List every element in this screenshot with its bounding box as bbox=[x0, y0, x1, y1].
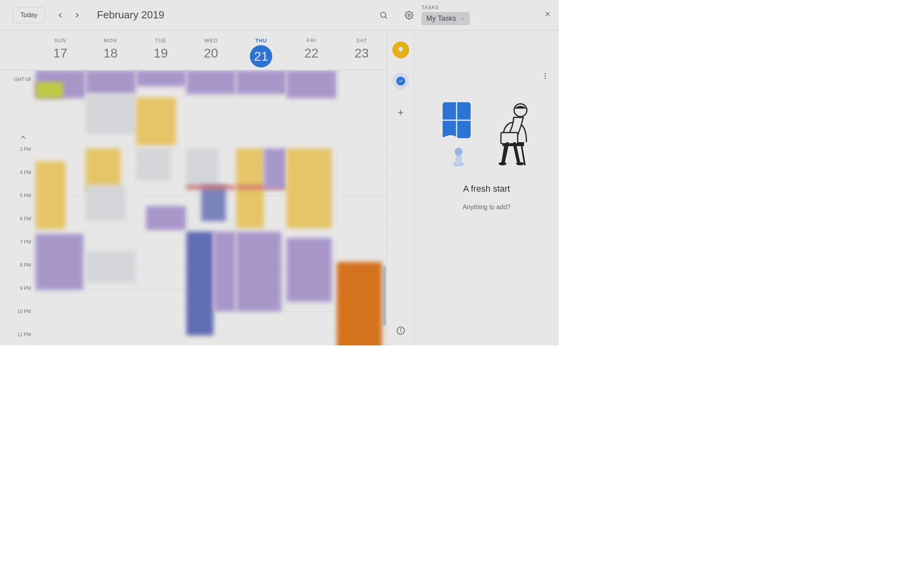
day-header-wed[interactable]: WED20 bbox=[186, 30, 236, 70]
svg-point-33 bbox=[516, 162, 524, 165]
svg-point-15 bbox=[400, 329, 401, 329]
search-icon bbox=[379, 11, 388, 20]
chevron-left-icon bbox=[56, 11, 64, 19]
day-column[interactable] bbox=[286, 70, 336, 345]
timezone-label: GMT-09 bbox=[14, 77, 31, 82]
calendar-event[interactable] bbox=[86, 94, 136, 134]
svg-marker-16 bbox=[461, 18, 463, 20]
day-number: 22 bbox=[286, 46, 336, 61]
day-number: 18 bbox=[85, 46, 136, 61]
calendar-event[interactable] bbox=[86, 184, 126, 220]
next-week-button[interactable] bbox=[70, 8, 84, 22]
caret-down-icon bbox=[460, 16, 465, 21]
svg-point-2 bbox=[408, 14, 411, 16]
info-icon bbox=[396, 326, 405, 335]
info-button[interactable] bbox=[396, 326, 405, 337]
close-icon bbox=[544, 10, 552, 18]
tasks-close-button[interactable] bbox=[544, 10, 552, 20]
search-button[interactable] bbox=[375, 6, 392, 24]
gear-icon bbox=[405, 11, 414, 20]
day-header-sat[interactable]: SAT23 bbox=[336, 30, 387, 70]
day-column[interactable] bbox=[35, 70, 85, 345]
time-label: 11 PM bbox=[17, 332, 31, 337]
day-header-mon[interactable]: MON18 bbox=[85, 30, 136, 70]
day-column[interactable] bbox=[186, 70, 236, 345]
day-of-week-label: WED bbox=[186, 38, 236, 44]
time-label: 10 PM bbox=[17, 309, 31, 314]
calendar-event[interactable] bbox=[264, 149, 286, 188]
day-column[interactable] bbox=[136, 70, 186, 345]
svg-point-0 bbox=[381, 12, 386, 17]
calendar-event[interactable] bbox=[136, 70, 186, 86]
svg-rect-31 bbox=[501, 133, 518, 144]
calendar-event[interactable] bbox=[236, 70, 286, 94]
day-column[interactable] bbox=[85, 70, 136, 345]
tasks-list-selector[interactable]: My Tasks bbox=[421, 12, 470, 25]
day-column[interactable] bbox=[236, 70, 286, 345]
time-label: 4 PM bbox=[20, 170, 31, 175]
calendar-event[interactable] bbox=[86, 70, 136, 94]
prev-week-button[interactable] bbox=[53, 8, 67, 22]
calendar-event[interactable] bbox=[186, 70, 236, 94]
day-of-week-label: MON bbox=[85, 38, 136, 44]
day-number-today: 21 bbox=[250, 45, 272, 67]
svg-point-30 bbox=[514, 104, 527, 117]
tasks-sidebar-button[interactable] bbox=[392, 73, 409, 89]
day-of-week-label: THU bbox=[236, 38, 286, 44]
day-of-week-label: TUE bbox=[136, 38, 186, 44]
day-number: 20 bbox=[186, 46, 236, 61]
add-addon-button[interactable]: + bbox=[392, 104, 409, 121]
calendar-event[interactable] bbox=[201, 185, 226, 221]
calendar-event[interactable] bbox=[36, 234, 83, 290]
tasks-list-label: My Tasks bbox=[426, 14, 456, 23]
day-of-week-label: FRI bbox=[286, 38, 336, 44]
calendar-event[interactable] bbox=[36, 161, 65, 229]
svg-point-26 bbox=[455, 148, 463, 156]
svg-point-32 bbox=[499, 162, 507, 165]
time-label: 5 PM bbox=[20, 193, 31, 198]
calendar-event[interactable] bbox=[186, 232, 214, 335]
calendar-event[interactable] bbox=[236, 232, 281, 311]
calendar-event[interactable] bbox=[136, 149, 171, 180]
time-label: 8 PM bbox=[20, 262, 31, 268]
day-of-week-label: SUN bbox=[35, 38, 85, 44]
day-number: 17 bbox=[35, 46, 85, 61]
tasks-empty-title: A fresh start bbox=[463, 184, 510, 194]
time-label: 9 PM bbox=[20, 286, 31, 291]
tasks-heading: TASKS bbox=[421, 5, 470, 10]
calendar-event[interactable] bbox=[86, 251, 136, 283]
day-column[interactable] bbox=[336, 70, 387, 345]
scrollbar-thumb[interactable] bbox=[382, 266, 386, 326]
chevron-up-icon bbox=[19, 133, 27, 141]
chevron-right-icon bbox=[73, 11, 81, 19]
calendar-event[interactable] bbox=[136, 97, 176, 145]
month-title: February 2019 bbox=[97, 9, 367, 21]
day-number: 19 bbox=[136, 46, 186, 61]
calendar-scrollbar[interactable] bbox=[382, 142, 386, 334]
day-header-thu[interactable]: THU21 bbox=[236, 30, 286, 70]
keep-sidebar-button[interactable] bbox=[392, 42, 409, 58]
collapse-allday-button[interactable] bbox=[19, 133, 27, 143]
day-number: 23 bbox=[336, 46, 387, 61]
today-button[interactable]: Today bbox=[13, 7, 45, 23]
day-header-tue[interactable]: TUE19 bbox=[136, 30, 186, 70]
day-of-week-label: SAT bbox=[336, 38, 387, 44]
calendar-event[interactable] bbox=[287, 70, 336, 98]
tasks-empty-subtitle: Anything to add? bbox=[463, 204, 510, 211]
calendar-event[interactable] bbox=[146, 206, 186, 230]
tasks-more-button[interactable] bbox=[541, 72, 549, 81]
calendar-event[interactable] bbox=[186, 149, 219, 188]
calendar-event[interactable] bbox=[287, 238, 331, 302]
calendar-event[interactable] bbox=[214, 232, 236, 311]
svg-point-20 bbox=[544, 75, 546, 76]
svg-line-1 bbox=[386, 17, 387, 18]
time-label: 3 PM bbox=[20, 147, 31, 152]
tasks-check-icon bbox=[398, 79, 403, 83]
calendar-event[interactable] bbox=[186, 185, 236, 189]
calendar-event[interactable] bbox=[337, 262, 382, 345]
calendar-event[interactable] bbox=[36, 82, 63, 98]
calendar-event[interactable] bbox=[287, 149, 331, 228]
day-header-fri[interactable]: FRI22 bbox=[286, 30, 336, 70]
time-label: 6 PM bbox=[20, 216, 31, 222]
day-header-sun[interactable]: SUN17 bbox=[35, 30, 85, 70]
